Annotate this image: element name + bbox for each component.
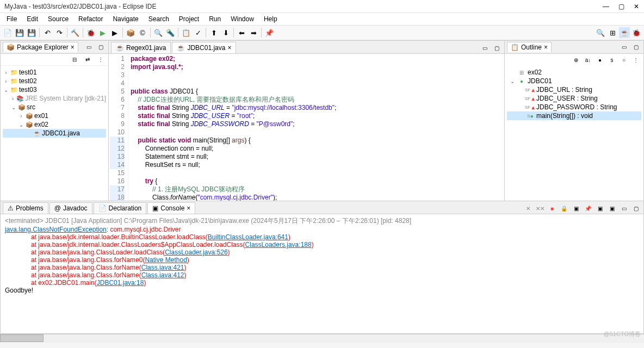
tree-item[interactable]: ⌄📦ex02 [3,120,106,129]
menu-navigate[interactable]: Navigate [108,14,143,24]
source-link[interactable]: ClassLoaders.java:188 [245,241,312,248]
save-all-icon[interactable]: 💾 [26,27,37,38]
build-icon[interactable]: 🔨 [70,27,81,38]
java-perspective-icon[interactable]: ☕ [619,27,630,38]
menu-search[interactable]: Search [144,14,174,24]
coverage-icon[interactable]: ▶ [109,27,120,38]
maximize-view-icon[interactable]: ▢ [630,203,641,214]
bottom-tab-javadoc[interactable]: @Javadoc [49,202,92,214]
search-everywhere-icon[interactable]: 🔍 [595,27,606,38]
outline-item[interactable]: S●main(String[]) : void [507,111,641,120]
console-output[interactable]: <terminated> JDBC01 [Java Application] C… [1,214,643,333]
new-icon[interactable]: 📄 [2,27,13,38]
menu-run[interactable]: Run [205,14,225,24]
save-icon[interactable]: 💾 [14,27,25,38]
minimize-view-icon[interactable]: ▭ [618,203,629,214]
show-console-icon[interactable]: ▣ [571,203,581,214]
terminate-icon[interactable]: ■ [547,203,558,214]
pin-console-icon[interactable]: 📌 [583,203,593,214]
toggle-mark-icon[interactable]: ✓ [193,27,203,38]
menu-project[interactable]: Project [175,14,203,24]
redo-icon[interactable]: ↷ [54,27,65,38]
link-editor-icon[interactable]: ⇄ [82,54,93,65]
outline-item[interactable]: SF▲JDBC_PASSWORD : String [507,103,641,111]
maximize-view-icon[interactable]: ▢ [95,42,106,53]
menu-window[interactable]: Window [226,14,258,24]
sort-icon[interactable]: a↓ [583,54,593,65]
exception-link[interactable]: java.lang.ClassNotFoundException [5,226,107,233]
scroll-lock-icon[interactable]: 🔒 [559,203,569,214]
source-link[interactable]: JDBC01.java:18 [97,279,144,287]
outline-item[interactable]: ⊞ex02 [507,68,641,77]
tree-item[interactable]: ☕JDBC01.java [3,129,106,138]
outline-item[interactable]: ⌄●JDBC01 [507,77,641,85]
tree-item[interactable]: ›📚JRE System Library [jdk-21] [3,94,106,103]
collapse-all-icon[interactable]: ⊟ [69,54,80,65]
view-menu-icon[interactable]: ⋮ [95,54,106,65]
outline-item[interactable]: SF▲JDBC_URL : String [507,85,641,94]
code-area[interactable]: package ex02; import java.sql.*; public … [128,54,504,201]
search-icon[interactable]: 🔦 [165,27,176,38]
next-annotation-icon[interactable]: ⬇ [220,27,231,38]
open-console-icon[interactable]: ▣ [606,203,617,214]
editor-maximize-icon[interactable]: ▢ [491,42,502,53]
toggle-breadcrumb-icon[interactable]: 📋 [181,27,191,38]
close-icon[interactable]: × [187,204,190,212]
new-package-icon[interactable]: 📦 [125,27,136,38]
forward-icon[interactable]: ➡ [248,27,259,38]
tree-item[interactable]: ⌄📦src [3,103,106,111]
bottom-tab-problems[interactable]: ⚠Problems [3,202,48,214]
close-button[interactable]: ✕ [633,3,640,10]
source-link[interactable]: Class.java:412 [141,271,184,279]
menu-source[interactable]: Source [44,14,73,24]
undo-icon[interactable]: ↶ [42,27,53,38]
close-icon[interactable]: × [71,44,75,51]
close-icon[interactable]: × [227,44,231,52]
source-link[interactable]: ClassLoader.java:526 [165,248,227,256]
editor-tab[interactable]: ☕JDBC01.java× [172,42,236,53]
outline-tree[interactable]: ⊞ex02⌄●JDBC01SF▲JDBC_URL : StringSF▲JDBC… [505,66,643,122]
hide-local-icon[interactable]: ⋮ [630,54,641,65]
hide-fields-icon[interactable]: ● [595,54,605,65]
tree-item[interactable]: ⌄📁test03 [3,85,106,94]
run-icon[interactable]: ▶ [97,27,108,38]
package-explorer-tab[interactable]: 📦 Package Explorer × [3,42,78,52]
maximize-view-icon[interactable]: ▢ [630,42,641,53]
bottom-tab-declaration[interactable]: 📄Declaration [94,202,147,214]
open-type-icon[interactable]: 🔍 [153,27,164,38]
debug-icon[interactable]: 🐞 [85,27,96,38]
source-link[interactable]: Native Method [145,256,187,264]
prev-annotation-icon[interactable]: ⬆ [208,27,219,38]
debug-perspective-icon[interactable]: 🐞 [631,27,642,38]
back-icon[interactable]: ⬅ [236,27,247,38]
open-perspective-icon[interactable]: ⊞ [607,27,618,38]
outline-tab[interactable]: 📋 Outline × [507,42,552,52]
minimize-view-icon[interactable]: ▭ [83,42,94,53]
outline-item[interactable]: SF▲JDBC_USER : String [507,94,641,103]
editor-minimize-icon[interactable]: ▭ [479,42,490,53]
menu-help[interactable]: Help [259,14,282,24]
scroll-thumb[interactable] [0,334,44,342]
source-link[interactable]: Class.java:421 [141,264,184,271]
close-icon[interactable]: × [544,44,548,51]
remove-launch-icon[interactable]: ✕✕ [535,203,546,214]
bottom-tab-console[interactable]: ▣Console× [147,202,195,214]
horizontal-scrollbar[interactable] [0,334,644,343]
hide-static-icon[interactable]: s [606,54,617,65]
maximize-button[interactable]: ▢ [618,3,624,10]
tree-item[interactable]: ›📁test02 [3,77,106,85]
clear-console-icon[interactable]: ✕ [523,203,534,214]
source-link[interactable]: BuiltinClassLoader.java:641 [208,233,288,241]
menu-file[interactable]: File [2,14,21,24]
pin-icon[interactable]: 📌 [264,27,275,38]
menu-refactor[interactable]: Refactor [74,14,107,24]
display-console-icon[interactable]: ▣ [595,203,605,214]
minimize-view-icon[interactable]: ▭ [618,42,629,53]
focus-icon[interactable]: ⊕ [571,54,581,65]
menu-edit[interactable]: Edit [22,14,42,24]
minimize-button[interactable]: — [603,3,609,10]
tree-item[interactable]: ›📦ex01 [3,111,106,120]
editor-tab[interactable]: ☕Regex01.java [111,42,171,53]
tree-item[interactable]: ›📁test01 [3,68,106,77]
package-tree[interactable]: ›📁test01›📁test02⌄📁test03›📚JRE System Lib… [1,66,108,201]
